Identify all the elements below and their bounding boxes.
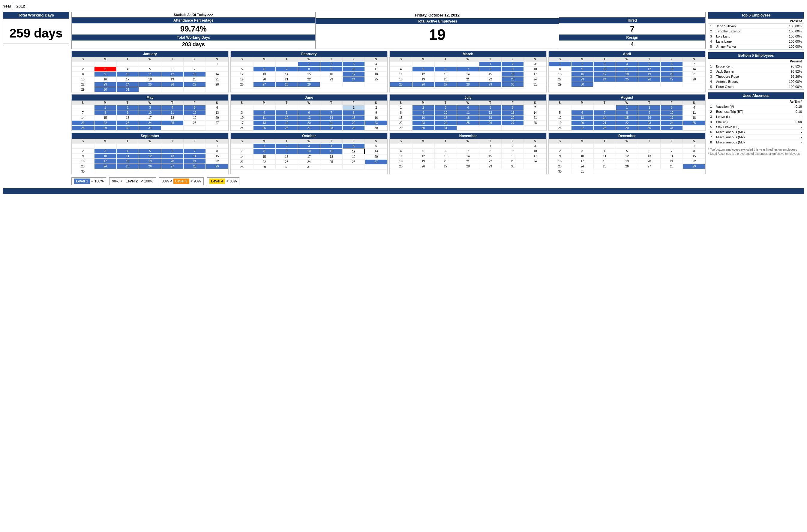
cal-feb-dow: SMTWTFS (231, 57, 387, 61)
bottom5-num-1: 1 (710, 64, 716, 68)
level3-min: 80% (162, 179, 169, 183)
bottom5-name-2: Jack Banner (716, 70, 782, 73)
top5-pct-3: 100.00% (782, 35, 802, 38)
attendance-label: Attendance Percentage (72, 17, 315, 23)
top5-row-4: 4 Lana Lane 100.00% (708, 39, 804, 44)
absence-row-6: 6 Miscellaneous (M1) - (708, 130, 804, 135)
top5-num-2: 2 (710, 30, 716, 33)
top5-row-5: 5 Jimmy Parker 100.00% (708, 44, 804, 49)
absence-row-5: 5 Sick Leave (SL) - (708, 125, 804, 130)
absence-num-3: 3 (710, 115, 716, 118)
cal-jul-body: 1 2 3 4 5 6 7 8 9 10 11 12 13 14 (390, 105, 546, 131)
top5-pct-5: 100.00% (782, 45, 802, 48)
absence-name-4: Sick (S) (716, 120, 782, 124)
main-grid: Total Working Days 259 days Statistic As… (3, 12, 804, 185)
active-emp-col: Friday, October 12, 2012 Total Active Em… (315, 12, 559, 49)
calendar-march: March SMTWTFS 1 2 3 4 5 6 (389, 51, 546, 92)
active-emp-value: 19 (315, 24, 559, 45)
twd-value: 203 days (72, 40, 315, 49)
absence-row-7: 7 Miscellaneous (M2) - (708, 135, 804, 140)
cal-apr-dow: SMTWTFS (549, 57, 705, 61)
absence-val-8: - (782, 140, 802, 144)
hired-resign-col: Hired 7 Resign 4 (559, 12, 705, 49)
absence-num-4: 4 (710, 120, 716, 124)
level2-badge: Level 2 (123, 178, 139, 184)
top5-num-3: 3 (710, 35, 716, 38)
top5-pct-2: 100.00% (782, 30, 802, 33)
cal-jun-body: 1 2 3 4 5 6 7 8 9 10 11 12 13 14 (231, 105, 387, 131)
top5-num-4: 4 (710, 40, 716, 43)
absence-row-4: 4 Sick (S) 0.08 (708, 119, 804, 125)
cal-aug-header: August (549, 95, 705, 100)
top5-pct-1: 100.00% (782, 24, 802, 28)
total-wd-value: 259 days (3, 20, 69, 44)
level2-lt1: < (120, 179, 122, 183)
level2-max: 100% (144, 179, 153, 183)
level1-item: Level 1 = 100% (71, 177, 106, 185)
absence-name-8: Miscellaneous (M3) (716, 140, 782, 144)
cal-jul-dow: SMTWTFS (390, 100, 546, 105)
level3-max: 90% (194, 179, 201, 183)
cal-aug-dow: SMTWTFS (549, 100, 705, 105)
calendar-april: April SMTWTFS 1 2 3 4 5 6 7 8 9 10 (549, 51, 706, 92)
bottom5-num-4: 4 (710, 80, 716, 83)
absence-name-7: Miscellaneous (M2) (716, 135, 782, 139)
bottom5-name-5: Peter Olsen (716, 85, 782, 89)
cal-jun-header: June (231, 95, 387, 100)
level4-max: 80% (230, 179, 237, 183)
cal-dec-body: 1 2 3 4 5 6 7 8 9 10 11 12 13 14 (549, 144, 705, 174)
resign-value: 4 (559, 40, 705, 49)
cal-apr-header: April (549, 51, 705, 57)
absence-row-3: 3 Leave (L) - (708, 114, 804, 119)
absence-col-header: Av/Em * (708, 99, 804, 104)
year-row: Year 2012 (3, 3, 804, 9)
calendar-july: July SMTWTFS 1 2 3 4 5 6 7 8 9 10 (389, 94, 546, 131)
stats-as-of: Statistic As Of Today >>> (72, 12, 315, 17)
footer-bar (3, 188, 804, 194)
cal-oct-body: 1 2 3 4 5 6 7 8 9 10 11 12 13 14 (231, 144, 387, 170)
hired-label: Hired (559, 17, 705, 23)
bottom5-row-3: 3 Theodore Rose 99.26% (708, 74, 804, 79)
level1-eq: = (91, 179, 93, 183)
absence-num-2: 2 (710, 110, 716, 113)
absence-name-5: Sick Leave (SL) (716, 125, 782, 129)
cal-mar-header: March (390, 51, 546, 57)
cal-dec-dow: SMTWTFS (549, 139, 705, 144)
top5-col-header: Present (708, 19, 804, 24)
absence-name-6: Miscellaneous (M1) (716, 130, 782, 134)
bottom5-col-header: Present (708, 59, 804, 64)
stats-top-bar: Statistic As Of Today >>> Attendance Per… (71, 12, 706, 49)
calendar-june: June SMTWTFS 1 2 3 4 5 (230, 94, 388, 131)
bottom5-pct-3: 99.26% (782, 75, 802, 78)
calendar-november: November SMTWTFS 1 2 3 4 5 6 (389, 133, 546, 174)
absence-row-1: 1 Vacation (V) 0.16 (708, 104, 804, 109)
absence-val-5: - (782, 125, 802, 129)
cal-jan-body: 1 2 3 4 5 6 7 8 9 10 11 12 13 1 (72, 61, 228, 92)
cal-feb-header: February (231, 51, 387, 57)
page: Year 2012 Total Working Days 259 days St… (0, 0, 807, 532)
bottom5-row-1: 1 Bruce Kent 98.52% (708, 64, 804, 69)
absence-name-1: Vacation (V) (716, 105, 782, 108)
absence-num-8: 8 (710, 140, 716, 144)
top5-row-1: 1 Jane Sullivan 100.00% (708, 24, 804, 29)
bottom5-box: Bottom 5 Employees Present 1 Bruce Kent … (708, 52, 804, 90)
top5-pct-4: 100.00% (782, 40, 802, 43)
absence-val-4: 0.08 (782, 120, 802, 124)
top5-row-2: 2 Timothy Lazenbi 100.00% (708, 29, 804, 34)
top5-col-label: Present (790, 19, 802, 23)
left-panel: Total Working Days 259 days (3, 12, 69, 185)
bottom5-num-2: 2 (710, 70, 716, 73)
right-panel: Top 5 Employees Present 1 Jane Sullivan … (708, 12, 804, 185)
cal-feb-body: 1 2 3 4 5 6 7 8 9 10 11 12 13 14 (231, 61, 387, 89)
absence-num-6: 6 (710, 130, 716, 134)
twd-label: Total Working Days (72, 35, 315, 40)
bottom5-name-4: Antonio Bracey (716, 80, 782, 83)
level4-badge: Level 4 (209, 178, 225, 184)
absence-num-7: 7 (710, 135, 716, 139)
bottom5-col-label: Present (790, 59, 802, 63)
level4-lt: < (226, 179, 228, 183)
cal-jun-dow: SMTWTFS (231, 100, 387, 105)
bottom5-pct-1: 98.52% (782, 64, 802, 68)
level-legend: Level 1 = 100% 90% < Level 2 < 100% 80% … (71, 177, 706, 185)
absence-num-1: 1 (710, 105, 716, 108)
